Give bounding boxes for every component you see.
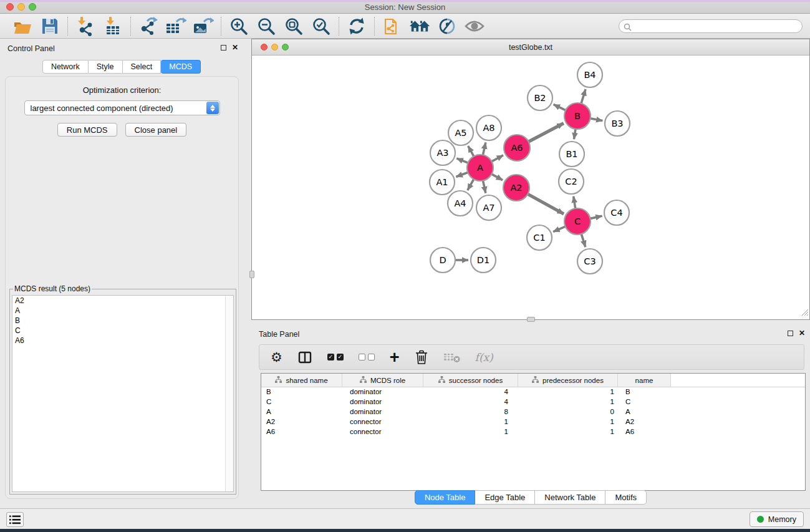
float-panel-icon[interactable]: [788, 331, 793, 336]
table-cell[interactable]: 0: [518, 407, 618, 417]
home-views-icon[interactable]: [409, 16, 430, 36]
column-header-shared-name[interactable]: shared name: [261, 374, 342, 387]
splitter-handle[interactable]: [527, 317, 535, 322]
tab-network[interactable]: Network: [42, 60, 89, 74]
table-cell[interactable]: B: [261, 387, 342, 397]
tab-style[interactable]: Style: [89, 60, 123, 74]
graph-node-B2[interactable]: B2: [528, 85, 552, 110]
import-network-icon[interactable]: [75, 16, 96, 36]
graph-node-C1[interactable]: C1: [527, 225, 552, 250]
table-cell[interactable]: 1: [518, 387, 618, 397]
graph-edge-C-C2[interactable]: [574, 196, 576, 210]
export-table-icon[interactable]: [165, 16, 186, 36]
table-row[interactable]: Adominator80A: [261, 407, 805, 417]
graph-node-C3[interactable]: C3: [577, 249, 602, 274]
run-mcds-button[interactable]: Run MCDS: [57, 123, 117, 137]
table-cell[interactable]: dominator: [342, 397, 423, 407]
graph-node-B3[interactable]: B3: [605, 111, 630, 136]
table-cell[interactable]: A6: [618, 427, 671, 437]
column-header-successor-nodes[interactable]: successor nodes: [423, 374, 518, 387]
column-header-predecessor-nodes[interactable]: predecessor nodes: [518, 374, 618, 387]
graph-node-A3[interactable]: A3: [430, 140, 455, 165]
graph-edge-A-A4[interactable]: [468, 178, 475, 191]
hide-details-icon[interactable]: [436, 16, 458, 36]
column-header-name[interactable]: name: [618, 374, 671, 387]
network-window-titlebar[interactable]: testGlobe.txt: [252, 39, 809, 56]
mcds-result-item[interactable]: A6: [12, 336, 233, 346]
graph-node-A5[interactable]: A5: [448, 120, 473, 145]
deselect-all-columns-icon[interactable]: [359, 348, 375, 367]
refresh-layout-icon[interactable]: [346, 16, 367, 36]
mcds-result-item[interactable]: A: [12, 306, 233, 316]
table-cell[interactable]: A2: [618, 417, 671, 427]
table-cell[interactable]: connector: [342, 427, 423, 437]
tab-edge-table[interactable]: Edge Table: [475, 490, 535, 505]
tab-motifs[interactable]: Motifs: [605, 490, 647, 505]
graph-edge-B-B4[interactable]: [581, 89, 586, 105]
mcds-result-item[interactable]: A2: [12, 296, 233, 306]
graph-edge-C-C4[interactable]: [589, 216, 602, 219]
tab-select[interactable]: Select: [123, 60, 162, 74]
close-panel-button[interactable]: Close panel: [125, 123, 187, 137]
table-cell[interactable]: 4: [423, 387, 518, 397]
graph-node-A2[interactable]: A2: [503, 175, 529, 201]
import-table-icon[interactable]: [102, 16, 123, 36]
table-cell[interactable]: C: [261, 397, 342, 407]
graph-edge-A-A2[interactable]: [491, 173, 503, 180]
graph-edge-C-C1[interactable]: [553, 226, 566, 231]
tab-mcds[interactable]: MCDS: [161, 60, 201, 74]
mcds-result-item[interactable]: C: [12, 326, 233, 336]
table-cell[interactable]: A: [618, 407, 671, 417]
graph-node-A[interactable]: A: [467, 155, 493, 181]
export-image-icon[interactable]: [193, 16, 214, 36]
table-cell[interactable]: 1: [423, 417, 518, 427]
graph-node-A6[interactable]: A6: [504, 135, 530, 161]
table-cell[interactable]: dominator: [342, 387, 423, 397]
network-graph-canvas[interactable]: B4B2BB3A5A8A6B1A3AC2A1A2A4A7C4CC1C3DD1: [252, 56, 809, 319]
memory-button[interactable]: Memory: [750, 511, 804, 527]
graph-node-A7[interactable]: A7: [476, 195, 501, 220]
table-row[interactable]: A2connector11A2: [261, 417, 805, 427]
zoom-fit-icon[interactable]: [283, 16, 304, 36]
table-row[interactable]: Cdominator41C: [261, 397, 805, 407]
table-row[interactable]: Bdominator41B: [261, 387, 805, 397]
column-header-MCDS-role[interactable]: MCDS role: [342, 374, 423, 387]
select-all-columns-icon[interactable]: ✓✓: [327, 348, 344, 367]
table-cell[interactable]: dominator: [342, 407, 423, 417]
graph-edge-A2-C[interactable]: [527, 193, 564, 214]
table-row[interactable]: A6connector11A6: [261, 427, 805, 437]
graph-edge-A6-B[interactable]: [528, 123, 564, 143]
zoom-in-icon[interactable]: [228, 16, 249, 36]
show-details-icon[interactable]: [464, 16, 485, 36]
table-cell[interactable]: B: [618, 387, 671, 397]
graph-node-D[interactable]: D: [430, 248, 455, 273]
table-cell[interactable]: 1: [518, 397, 618, 407]
new-network-from-file-icon[interactable]: [382, 16, 403, 36]
table-cell[interactable]: A6: [261, 427, 342, 437]
float-panel-icon[interactable]: [221, 45, 226, 51]
graph-edge-A-A8[interactable]: [483, 142, 486, 156]
save-session-icon[interactable]: [39, 16, 60, 36]
table-cell[interactable]: 1: [518, 417, 618, 427]
graph-edge-A-A1[interactable]: [456, 172, 469, 177]
close-panel-icon[interactable]: ✕: [799, 330, 805, 337]
graph-node-B[interactable]: B: [564, 103, 591, 129]
graph-node-B4[interactable]: B4: [577, 62, 602, 87]
mcds-result-list[interactable]: A2ABCA6: [12, 295, 234, 492]
graph-node-C[interactable]: C: [564, 208, 591, 235]
task-history-button[interactable]: [6, 512, 24, 527]
search-input[interactable]: [619, 19, 803, 33]
table-cell[interactable]: 1: [423, 427, 518, 437]
graph-node-A8[interactable]: A8: [476, 115, 501, 140]
scrollbar[interactable]: [225, 296, 233, 491]
tab-network-table[interactable]: Network Table: [535, 490, 605, 505]
graph-edge-A-A5[interactable]: [468, 146, 475, 157]
zoom-selected-icon[interactable]: [311, 16, 332, 36]
graph-node-C4[interactable]: C4: [604, 200, 629, 225]
criterion-dropdown[interactable]: largest connected component (directed): [24, 100, 220, 115]
graph-edge-B-B2[interactable]: [554, 104, 567, 110]
resize-grip-icon[interactable]: [800, 307, 808, 318]
open-folder-icon[interactable]: [12, 16, 33, 36]
graph-node-A4[interactable]: A4: [448, 191, 473, 216]
graph-edge-A-A3[interactable]: [456, 158, 469, 163]
